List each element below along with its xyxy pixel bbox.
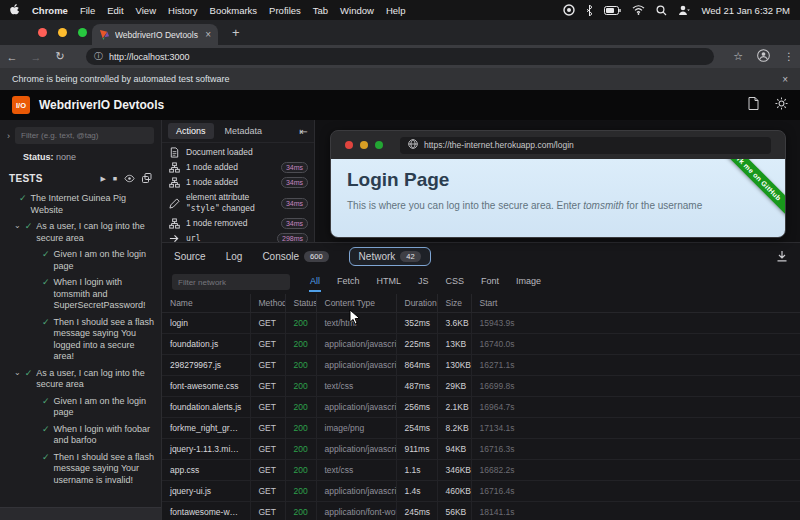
chevron-down-icon[interactable]: ⌄: [14, 367, 21, 379]
panel-tab[interactable]: Console 600: [262, 251, 328, 262]
menu-item[interactable]: Edit: [107, 5, 123, 16]
network-request-row[interactable]: login GET 200 text/html 352ms 3.6KB 1594…: [162, 313, 800, 334]
devtools-bottom-panel: Source Log Console 600 Network 42 AllFet…: [162, 242, 800, 520]
copy-tests-icon[interactable]: [142, 173, 152, 184]
browser-tab[interactable]: WebdriverIO Devtools ×: [92, 24, 218, 45]
watch-tests-icon[interactable]: [124, 174, 135, 184]
network-filter-chip[interactable]: Fetch: [336, 273, 361, 292]
duration-cell: 256ms: [396, 397, 437, 418]
address-bar[interactable]: ⓘ http://localhost:3000: [86, 48, 714, 65]
network-filter-chip[interactable]: Font: [480, 273, 500, 292]
panel-tabbar: Source Log Console 600 Network 42: [162, 243, 800, 270]
tab-close-icon[interactable]: ×: [205, 30, 211, 40]
network-request-row[interactable]: jquery-ui.js GET 200 application/javascr…: [162, 481, 800, 502]
test-filter-input[interactable]: [15, 127, 154, 144]
menu-item[interactable]: View: [136, 5, 156, 16]
hierarchy-icon: [168, 218, 180, 229]
automation-banner: Chrome is being controlled by automated …: [0, 68, 800, 90]
test-tree-item[interactable]: ✓ Given I am on the login page: [0, 249, 161, 272]
network-request-row[interactable]: foundation.js GET 200 application/javasc…: [162, 334, 800, 355]
menu-item[interactable]: File: [80, 5, 95, 16]
status-filter[interactable]: Status: none: [23, 152, 161, 162]
network-request-row[interactable]: app.css GET 200 text/css 1.1s 346KB 1668…: [162, 460, 800, 481]
network-filter-input[interactable]: [172, 274, 290, 290]
test-label: Then I should see a flash message saying…: [54, 317, 161, 363]
network-filter-chip[interactable]: HTML: [376, 273, 403, 292]
check-icon: ✓: [25, 221, 33, 233]
site-info-icon[interactable]: ⓘ: [94, 50, 103, 63]
network-request-row[interactable]: jquery-1.11.3.min.js GET 200 application…: [162, 439, 800, 460]
network-request-row[interactable]: foundation.alerts.js GET 200 application…: [162, 397, 800, 418]
menu-item[interactable]: Bookmarks: [210, 5, 258, 16]
actions-panel-tab[interactable]: Metadata: [217, 123, 271, 139]
panel-tab[interactable]: Log: [226, 251, 243, 262]
name-cell: 298279967.js: [162, 355, 250, 376]
test-tree-item[interactable]: ✓ When I login with foobar and barfoo: [0, 424, 161, 447]
menu-item[interactable]: Profiles: [269, 5, 301, 16]
action-item[interactable]: element attribute "style" changed 34ms: [162, 190, 314, 216]
battery-icon[interactable]: [604, 6, 621, 15]
zoom-window-button[interactable]: [78, 28, 87, 37]
menu-item[interactable]: Chrome: [32, 5, 68, 16]
action-item[interactable]: 1 node removed 34ms: [162, 216, 314, 231]
wifi-icon[interactable]: [632, 5, 645, 15]
apple-icon[interactable]: [10, 4, 20, 16]
collapse-sidebar-icon[interactable]: ›: [7, 131, 10, 141]
network-filter-chip[interactable]: CSS: [445, 273, 466, 292]
new-tab-button[interactable]: +: [232, 25, 240, 40]
content-type-cell: text/css: [316, 460, 396, 481]
forward-icon[interactable]: →: [24, 51, 48, 63]
panel-tab[interactable]: Source: [174, 251, 206, 262]
back-icon[interactable]: ←: [0, 51, 24, 63]
duration-badge: 298ms: [277, 233, 308, 242]
content-type-cell: text/css: [316, 376, 396, 397]
network-filter-chip[interactable]: Image: [515, 273, 542, 292]
actions-panel-tab[interactable]: Actions: [168, 123, 214, 139]
bluetooth-icon[interactable]: [586, 5, 593, 16]
user-switch-icon[interactable]: [678, 5, 690, 16]
duration-cell: 864ms: [396, 355, 437, 376]
test-tree-item[interactable]: ⌄ ✓ As a user, I can log into the secure…: [0, 221, 161, 244]
bookmark-star-icon[interactable]: ☆: [733, 50, 743, 63]
test-tree-item[interactable]: ✓ When I login with tomsmith and SuperSe…: [0, 277, 161, 312]
test-tree-item[interactable]: ⌄ ✓ As a user, I can log into the secure…: [0, 368, 161, 391]
action-item[interactable]: 1 node added 34ms: [162, 175, 314, 190]
collapse-panel-icon[interactable]: ⇤: [300, 126, 308, 137]
action-item[interactable]: url 298ms: [162, 231, 314, 242]
download-icon[interactable]: [776, 248, 788, 266]
menubar-clock[interactable]: Wed 21 Jan 6:32 PM: [701, 5, 790, 16]
run-tests-icon[interactable]: ▶: [100, 175, 105, 183]
chevron-down-icon[interactable]: ⌄: [14, 220, 21, 232]
minimize-window-button[interactable]: [58, 28, 67, 37]
test-tree-item[interactable]: ✓ Then I should see a flash message sayi…: [0, 317, 161, 363]
report-file-icon[interactable]: [748, 96, 759, 114]
network-filter-chip[interactable]: JS: [417, 273, 430, 292]
menu-item[interactable]: Help: [386, 5, 406, 16]
network-request-row[interactable]: fontawesome-webfont.wof... GET 200 appli…: [162, 502, 800, 520]
close-window-button[interactable]: [38, 28, 47, 37]
duration-cell: 254ms: [396, 418, 437, 439]
test-tree-item[interactable]: ✓ Then I should see a flash message sayi…: [0, 452, 161, 487]
network-request-row[interactable]: font-awesome.css GET 200 text/css 487ms …: [162, 376, 800, 397]
test-tree-item[interactable]: ✓ The Internet Guinea Pig Website: [0, 193, 161, 216]
banner-close-icon[interactable]: ×: [782, 74, 788, 85]
network-request-row[interactable]: forkme_right_green_0072... GET 200 image…: [162, 418, 800, 439]
action-item[interactable]: 1 node added 34ms: [162, 160, 314, 175]
profile-avatar-icon[interactable]: [757, 48, 770, 66]
browser-menu-icon[interactable]: ⋮: [784, 51, 794, 62]
test-tree-item[interactable]: ✓ Given I am on the login page: [0, 396, 161, 419]
panel-tab[interactable]: Network 42: [349, 247, 431, 266]
reload-icon[interactable]: ↻: [48, 50, 72, 63]
macos-menubar: ChromeFileEditViewHistoryBookmarksProfil…: [0, 0, 800, 20]
screen-record-icon[interactable]: [563, 4, 575, 16]
action-item[interactable]: Document loaded: [162, 145, 314, 160]
network-request-row[interactable]: 298279967.js GET 200 application/javascr…: [162, 355, 800, 376]
theme-toggle-sun-icon[interactable]: [775, 96, 788, 114]
stop-tests-icon[interactable]: ■: [113, 175, 117, 182]
menu-item[interactable]: History: [168, 5, 198, 16]
menu-item[interactable]: Tab: [313, 5, 328, 16]
network-filter-chip[interactable]: All: [309, 273, 321, 292]
method-cell: GET: [250, 439, 285, 460]
menu-item[interactable]: Window: [340, 5, 374, 16]
search-icon[interactable]: [656, 5, 667, 16]
